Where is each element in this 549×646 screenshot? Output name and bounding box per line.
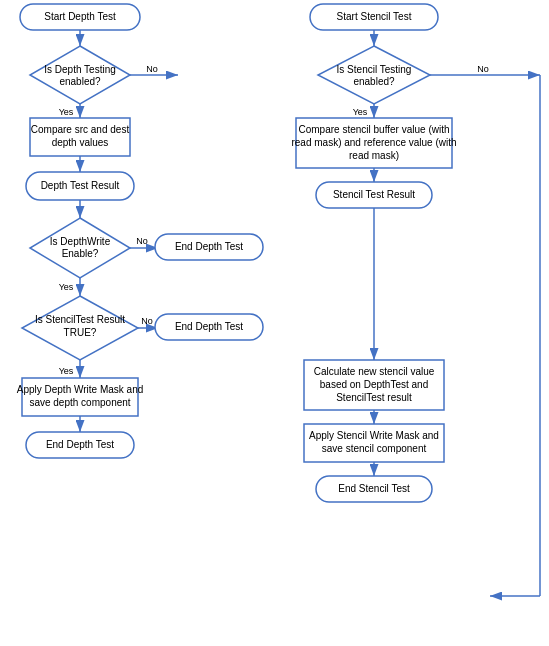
compare-stencil-label3: read mask) [349, 150, 399, 161]
diagram-container: Start Depth Test Is Depth Testing enable… [0, 0, 549, 646]
apply-stencil-label1: Apply Stencil Write Mask and [309, 430, 439, 441]
end-stencil-test-label: End Stencil Test [338, 483, 410, 494]
compare-stencil-label2: read mask) and reference value (with [291, 137, 456, 148]
no3-label: No [141, 316, 153, 326]
depthwrite-label1: Is DepthWrite [50, 236, 111, 247]
right-yes1-label: Yes [353, 107, 368, 117]
end-depth-test-2-label: End Depth Test [175, 321, 243, 332]
yes3-label: Yes [59, 366, 74, 376]
yes1-label: Yes [59, 107, 74, 117]
calculate-stencil-label3: StencilTest result [336, 392, 412, 403]
compare-depth-label2: depth values [52, 137, 109, 148]
stencil-testing-label1: Is Stencil Testing [337, 64, 412, 75]
start-depth-test-label: Start Depth Test [44, 11, 116, 22]
start-stencil-test-label: Start Stencil Test [337, 11, 412, 22]
compare-depth-label1: Compare src and dest [31, 124, 130, 135]
no2-label: No [136, 236, 148, 246]
end-depth-test-final-label: End Depth Test [46, 439, 114, 450]
apply-depth-mask-label2: save depth component [29, 397, 130, 408]
apply-depth-mask-label1: Apply Depth Write Mask and [17, 384, 144, 395]
calculate-stencil-label1: Calculate new stencil value [314, 366, 435, 377]
end-depth-test-1-label: End Depth Test [175, 241, 243, 252]
right-no1-label: No [477, 64, 489, 74]
stenciltest-label1: Is StencilTest Result [35, 314, 125, 325]
stenciltest-label2: TRUE? [64, 327, 97, 338]
stencil-testing-label2: enabled? [353, 76, 395, 87]
depthwrite-label2: Enable? [62, 248, 99, 259]
stencil-test-result-label: Stencil Test Result [333, 189, 415, 200]
depth-testing-label2: enabled? [59, 76, 101, 87]
calculate-stencil-label2: based on DepthTest and [320, 379, 428, 390]
depth-testing-label1: Is Depth Testing [44, 64, 116, 75]
yes2-label: Yes [59, 282, 74, 292]
compare-stencil-label1: Compare stencil buffer value (with [299, 124, 450, 135]
apply-stencil-label2: save stencil component [322, 443, 427, 454]
depth-test-result-label: Depth Test Result [41, 180, 120, 191]
no1-label: No [146, 64, 158, 74]
